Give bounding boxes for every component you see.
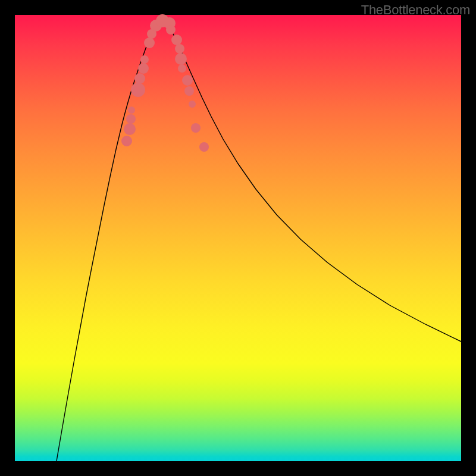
scatter-dot <box>140 55 149 64</box>
scatter-dot <box>182 75 193 86</box>
watermark-text: TheBottleneck.com <box>361 2 470 18</box>
scatter-dot <box>131 83 145 97</box>
scatter-dot <box>124 123 136 135</box>
scatter-dot <box>171 35 182 45</box>
scatter-dot <box>175 53 187 65</box>
scatter-dot <box>166 25 176 35</box>
scatter-dot <box>175 44 184 54</box>
scatter-dot <box>184 86 194 96</box>
scatter-dot <box>121 136 132 146</box>
scatter-dot <box>134 73 145 84</box>
scatter-dot <box>178 64 186 73</box>
chart-canvas <box>15 15 461 461</box>
scatter-dot <box>126 114 136 124</box>
curve-right-branch <box>173 33 461 342</box>
plot-svg <box>15 15 461 461</box>
curve-left-branch <box>57 33 152 461</box>
scatter-dot <box>189 101 196 108</box>
scatter-dot <box>128 107 135 114</box>
scatter-dot <box>138 63 149 74</box>
scatter-dot <box>191 123 201 133</box>
scatter-dot <box>199 142 209 152</box>
scatter-dot <box>144 37 155 48</box>
